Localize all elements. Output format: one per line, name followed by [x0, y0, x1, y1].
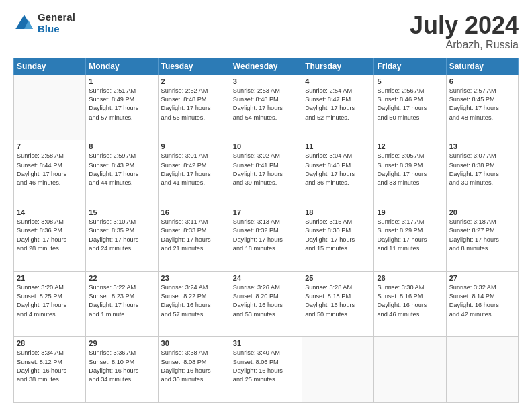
day-info: Sunrise: 3:17 AM Sunset: 8:29 PM Dayligh…	[377, 218, 443, 253]
day-info: Sunrise: 2:51 AM Sunset: 8:49 PM Dayligh…	[89, 87, 154, 122]
col-tuesday: Tuesday	[158, 58, 230, 75]
day-number: 7	[17, 142, 83, 150]
day-number: 9	[161, 142, 227, 150]
calendar-cell: 9Sunrise: 3:01 AM Sunset: 8:42 PM Daylig…	[158, 140, 230, 206]
day-number: 30	[161, 339, 227, 347]
col-friday: Friday	[374, 58, 446, 75]
calendar-cell: 5Sunrise: 2:56 AM Sunset: 8:46 PM Daylig…	[374, 75, 446, 140]
day-info: Sunrise: 3:07 AM Sunset: 8:38 PM Dayligh…	[449, 152, 515, 187]
day-number: 31	[233, 339, 299, 347]
calendar-cell: 15Sunrise: 3:10 AM Sunset: 8:35 PM Dayli…	[86, 205, 158, 271]
calendar-cell: 7Sunrise: 2:58 AM Sunset: 8:44 PM Daylig…	[14, 140, 86, 206]
page: General Blue July 2024 Arbazh, Russia Su…	[0, 0, 532, 411]
day-info: Sunrise: 3:24 AM Sunset: 8:22 PM Dayligh…	[161, 283, 227, 319]
day-number: 1	[89, 77, 154, 85]
day-number: 4	[305, 77, 371, 85]
calendar-week-4: 21Sunrise: 3:20 AM Sunset: 8:25 PM Dayli…	[14, 271, 519, 337]
col-sunday: Sunday	[14, 58, 86, 75]
calendar-cell: 11Sunrise: 3:04 AM Sunset: 8:40 PM Dayli…	[302, 140, 374, 206]
day-number: 15	[89, 208, 154, 216]
day-info: Sunrise: 3:30 AM Sunset: 8:16 PM Dayligh…	[377, 283, 443, 319]
calendar-cell: 26Sunrise: 3:30 AM Sunset: 8:16 PM Dayli…	[374, 271, 446, 337]
day-number: 8	[89, 142, 154, 150]
day-number: 23	[161, 274, 227, 282]
calendar-week-5: 28Sunrise: 3:34 AM Sunset: 8:12 PM Dayli…	[14, 337, 519, 403]
day-info: Sunrise: 2:56 AM Sunset: 8:46 PM Dayligh…	[377, 87, 443, 122]
day-info: Sunrise: 3:38 AM Sunset: 8:08 PM Dayligh…	[161, 349, 227, 384]
calendar-week-1: 1Sunrise: 2:51 AM Sunset: 8:49 PM Daylig…	[14, 75, 519, 140]
day-info: Sunrise: 3:08 AM Sunset: 8:36 PM Dayligh…	[17, 218, 83, 253]
calendar-cell: 31Sunrise: 3:40 AM Sunset: 8:06 PM Dayli…	[230, 337, 302, 403]
day-number: 25	[305, 274, 371, 282]
day-number: 18	[305, 208, 371, 216]
calendar-cell: 18Sunrise: 3:15 AM Sunset: 8:30 PM Dayli…	[302, 205, 374, 271]
day-info: Sunrise: 3:28 AM Sunset: 8:18 PM Dayligh…	[305, 283, 371, 319]
day-number: 28	[17, 339, 83, 347]
day-info: Sunrise: 3:04 AM Sunset: 8:40 PM Dayligh…	[305, 152, 371, 187]
calendar-cell	[14, 75, 86, 140]
logo: General Blue	[13, 12, 75, 34]
day-number: 3	[233, 77, 299, 85]
day-number: 17	[233, 208, 299, 216]
calendar-cell: 14Sunrise: 3:08 AM Sunset: 8:36 PM Dayli…	[14, 205, 86, 271]
day-info: Sunrise: 2:54 AM Sunset: 8:47 PM Dayligh…	[305, 87, 371, 122]
day-info: Sunrise: 2:57 AM Sunset: 8:45 PM Dayligh…	[449, 87, 515, 122]
day-info: Sunrise: 2:59 AM Sunset: 8:43 PM Dayligh…	[89, 152, 154, 187]
calendar-cell: 29Sunrise: 3:36 AM Sunset: 8:10 PM Dayli…	[86, 337, 158, 403]
calendar-cell: 6Sunrise: 2:57 AM Sunset: 8:45 PM Daylig…	[446, 75, 518, 140]
day-number: 16	[161, 208, 227, 216]
logo-text: General Blue	[38, 12, 75, 34]
day-info: Sunrise: 3:10 AM Sunset: 8:35 PM Dayligh…	[89, 218, 154, 253]
calendar-week-3: 14Sunrise: 3:08 AM Sunset: 8:36 PM Dayli…	[14, 205, 519, 271]
title-month: July 2024	[410, 12, 519, 39]
day-info: Sunrise: 3:05 AM Sunset: 8:39 PM Dayligh…	[377, 152, 443, 187]
calendar-header-row: Sunday Monday Tuesday Wednesday Thursday…	[14, 58, 519, 75]
calendar-cell: 12Sunrise: 3:05 AM Sunset: 8:39 PM Dayli…	[374, 140, 446, 206]
logo-blue: Blue	[38, 24, 75, 35]
calendar-cell: 8Sunrise: 2:59 AM Sunset: 8:43 PM Daylig…	[86, 140, 158, 206]
calendar-cell: 27Sunrise: 3:32 AM Sunset: 8:14 PM Dayli…	[446, 271, 518, 337]
day-number: 26	[377, 274, 443, 282]
day-info: Sunrise: 3:20 AM Sunset: 8:25 PM Dayligh…	[17, 283, 83, 319]
calendar-week-2: 7Sunrise: 2:58 AM Sunset: 8:44 PM Daylig…	[14, 140, 519, 206]
col-saturday: Saturday	[446, 58, 518, 75]
calendar-cell: 2Sunrise: 2:52 AM Sunset: 8:48 PM Daylig…	[158, 75, 230, 140]
day-number: 12	[377, 142, 443, 150]
day-info: Sunrise: 3:36 AM Sunset: 8:10 PM Dayligh…	[89, 349, 154, 384]
calendar-cell: 13Sunrise: 3:07 AM Sunset: 8:38 PM Dayli…	[446, 140, 518, 206]
day-info: Sunrise: 3:13 AM Sunset: 8:32 PM Dayligh…	[233, 218, 299, 253]
title-block: July 2024 Arbazh, Russia	[410, 12, 519, 51]
day-number: 19	[377, 208, 443, 216]
calendar-cell: 30Sunrise: 3:38 AM Sunset: 8:08 PM Dayli…	[158, 337, 230, 403]
calendar-cell	[374, 337, 446, 403]
calendar-cell: 4Sunrise: 2:54 AM Sunset: 8:47 PM Daylig…	[302, 75, 374, 140]
col-wednesday: Wednesday	[230, 58, 302, 75]
calendar-cell: 16Sunrise: 3:11 AM Sunset: 8:33 PM Dayli…	[158, 205, 230, 271]
calendar-cell: 24Sunrise: 3:26 AM Sunset: 8:20 PM Dayli…	[230, 271, 302, 337]
day-number: 5	[377, 77, 443, 85]
day-info: Sunrise: 3:26 AM Sunset: 8:20 PM Dayligh…	[233, 283, 299, 319]
day-number: 6	[449, 77, 515, 85]
header: General Blue July 2024 Arbazh, Russia	[13, 12, 519, 51]
day-number: 14	[17, 208, 83, 216]
calendar-cell	[302, 337, 374, 403]
calendar-cell: 1Sunrise: 2:51 AM Sunset: 8:49 PM Daylig…	[86, 75, 158, 140]
day-number: 10	[233, 142, 299, 150]
day-info: Sunrise: 3:01 AM Sunset: 8:42 PM Dayligh…	[161, 152, 227, 187]
col-monday: Monday	[86, 58, 158, 75]
day-number: 13	[449, 142, 515, 150]
calendar-cell: 10Sunrise: 3:02 AM Sunset: 8:41 PM Dayli…	[230, 140, 302, 206]
calendar-cell: 23Sunrise: 3:24 AM Sunset: 8:22 PM Dayli…	[158, 271, 230, 337]
calendar-cell: 20Sunrise: 3:18 AM Sunset: 8:27 PM Dayli…	[446, 205, 518, 271]
day-info: Sunrise: 3:34 AM Sunset: 8:12 PM Dayligh…	[17, 349, 83, 384]
day-number: 11	[305, 142, 371, 150]
day-info: Sunrise: 3:18 AM Sunset: 8:27 PM Dayligh…	[449, 218, 515, 253]
title-location: Arbazh, Russia	[410, 39, 519, 51]
calendar-cell: 19Sunrise: 3:17 AM Sunset: 8:29 PM Dayli…	[374, 205, 446, 271]
calendar-cell: 21Sunrise: 3:20 AM Sunset: 8:25 PM Dayli…	[14, 271, 86, 337]
calendar-cell: 28Sunrise: 3:34 AM Sunset: 8:12 PM Dayli…	[14, 337, 86, 403]
day-info: Sunrise: 3:40 AM Sunset: 8:06 PM Dayligh…	[233, 349, 299, 384]
day-info: Sunrise: 3:32 AM Sunset: 8:14 PM Dayligh…	[449, 283, 515, 319]
day-info: Sunrise: 2:52 AM Sunset: 8:48 PM Dayligh…	[161, 87, 227, 122]
calendar-cell: 17Sunrise: 3:13 AM Sunset: 8:32 PM Dayli…	[230, 205, 302, 271]
